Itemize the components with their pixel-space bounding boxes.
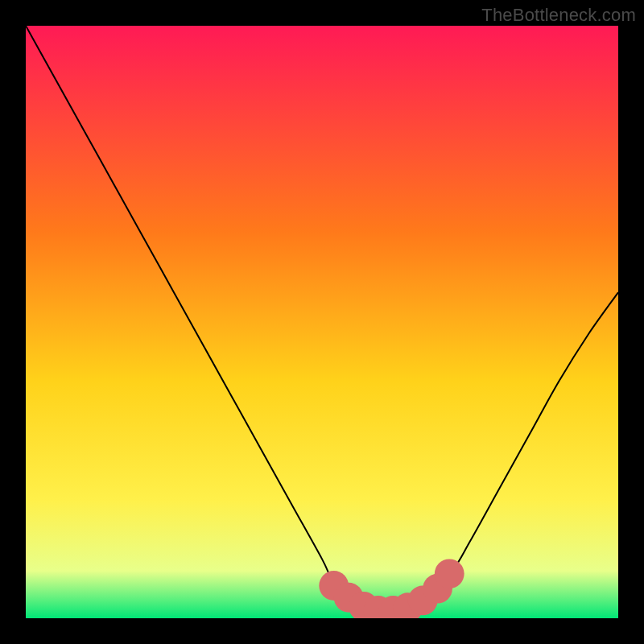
highlight-dot [435,559,464,588]
chart-plot-area [26,26,618,618]
watermark-text: TheBottleneck.com [481,5,636,26]
chart-frame: TheBottleneck.com [0,0,644,644]
heatmap-background [26,26,618,618]
chart-svg [26,26,618,618]
